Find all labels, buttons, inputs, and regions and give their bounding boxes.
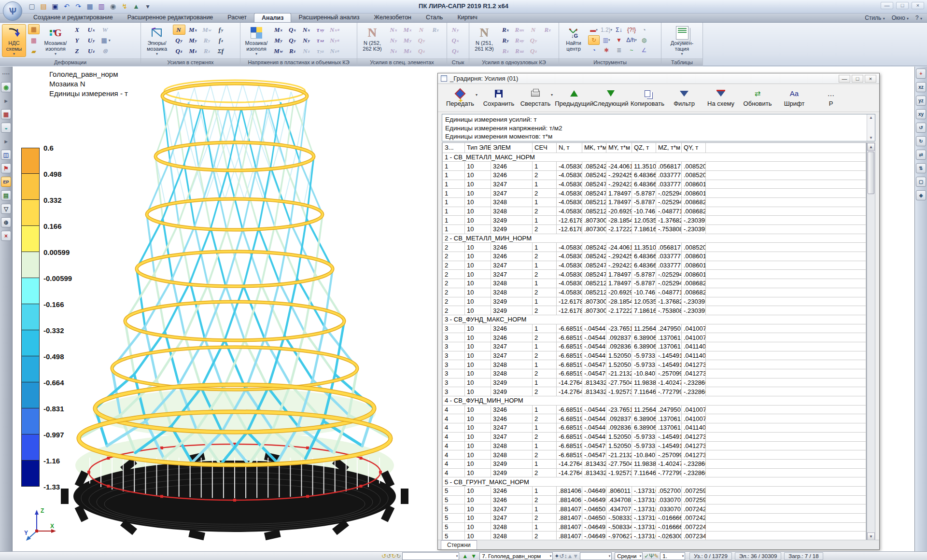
table-row[interactable]: 41032472-6.68519-.0454491.52050-5.97331-…	[443, 432, 866, 441]
ribbon-tab[interactable]: Расширенное редактирование	[120, 13, 221, 22]
find-center-button[interactable]: ↓G Найти центр	[561, 24, 586, 57]
rotate-cw-icon[interactable]: ↻	[916, 136, 926, 146]
result-letter-button[interactable]	[541, 35, 554, 45]
result-letter-button[interactable]: Mz	[187, 46, 199, 56]
scroll-down-arrow[interactable]: ▼	[867, 532, 875, 540]
ribbon-tab[interactable]: Расчет	[220, 13, 254, 22]
section-header-row[interactable]: 1 - СВ_МЕТАЛЛ_МАКС_НОРМ	[443, 153, 866, 162]
loadcase-dropdown[interactable]: 7. Гололед_равн_норм▾	[479, 552, 553, 560]
result-letter-button[interactable]: τyz	[314, 46, 327, 56]
result-letter-button[interactable]: Y	[71, 35, 84, 45]
result-letter-button[interactable]: Nza	[328, 46, 341, 56]
palette-icon[interactable]: ◍	[638, 35, 650, 45]
table-row[interactable]: 51032462.881406-.046495.434708-.137310.0…	[443, 495, 866, 504]
column-header[interactable]: Тип ЭЛЕМ	[465, 143, 491, 153]
down-grey-icon[interactable]: ▼	[573, 553, 578, 560]
table-row[interactable]: 11032481-4.05830.0852121.78497-5.87871-.…	[443, 197, 866, 207]
ribbon-tab[interactable]: Железобетон	[367, 13, 419, 22]
delta-hs-icon[interactable]: Δ/h▾	[626, 35, 637, 45]
apply-check-icon[interactable]: ✓	[644, 553, 649, 560]
result-letter-button[interactable]: Rz	[499, 46, 512, 56]
table-toolbar-button[interactable]: Копировать	[627, 86, 668, 110]
redo-yellow-icon[interactable]: ↻	[391, 553, 396, 560]
column-header[interactable]: ЭЛЕМ	[491, 143, 533, 153]
axes-icon[interactable]: +	[916, 69, 926, 79]
table-row[interactable]: 31032481-6.68519-.0454791.52050-5.97331-…	[443, 360, 866, 369]
table-toolbar-button[interactable]: Фильтр	[664, 86, 704, 110]
table-row[interactable]: 31032471-6.68519-.045449.0928366.38906.1…	[443, 342, 866, 351]
result-letter-button[interactable]: Ux	[85, 25, 98, 35]
table-row[interactable]: 31032461-6.68519-.045447-23.765111.2564.…	[443, 324, 866, 333]
result-letter-button[interactable]: My	[187, 35, 199, 45]
up-grey-icon[interactable]: ▲	[567, 553, 573, 560]
table-toolbar-button[interactable]: Следующий	[590, 86, 631, 110]
table-row[interactable]: 11032471-4.05830.085247-.2924236.48366.0…	[443, 180, 866, 189]
column-header[interactable]: N, т	[557, 143, 582, 153]
history-dropdown[interactable]: ▾	[402, 552, 459, 560]
result-letter-button[interactable]: Σf	[215, 46, 227, 56]
scroll-up-arrow[interactable]: ▲	[867, 143, 875, 151]
expand-arrow-icon[interactable]: ▸	[1, 136, 11, 146]
toolbar-grip[interactable]: ····	[1, 69, 11, 79]
result-letter-button[interactable]: N	[527, 25, 540, 35]
table-row[interactable]: 51032481.881407-.046493-.508334-.137310-…	[443, 522, 866, 532]
table-row[interactable]: 31032472-6.68519-.0454491.52050-5.97331-…	[443, 351, 866, 360]
window-control-button[interactable]: □	[896, 2, 909, 9]
table-row[interactable]: 41032491-14.2764.813432-27.750411.9838-1…	[443, 459, 866, 468]
table-row[interactable]: 21032481-4.05830.0852121.78497-5.87871-.…	[443, 279, 866, 288]
result-letter-button[interactable]: Uz	[85, 46, 98, 56]
expand-arrow-icon[interactable]: ▸	[1, 96, 11, 106]
ep-mode-button[interactable]: ЕР	[1, 177, 11, 187]
result-letter-button[interactable]: Rz	[541, 25, 554, 35]
scroll-thumb[interactable]	[868, 152, 874, 194]
special-n-button[interactable]: N N (252, 262 КЭ)	[359, 24, 385, 57]
result-letter-button[interactable]: Qy	[173, 35, 185, 45]
shower-icon[interactable]: ≣	[613, 45, 625, 55]
result-letter-button[interactable]	[429, 35, 442, 45]
result-letter-button[interactable]	[429, 46, 442, 56]
table-row[interactable]: 21032482-4.05830.085212-20.6929-10.7461-…	[443, 288, 866, 297]
prev-loadcase-button[interactable]: ▲	[461, 553, 469, 560]
scheme-frame-button[interactable]: ▦	[28, 24, 40, 34]
window-control-button[interactable]: —	[881, 2, 893, 9]
table-row[interactable]: 21032471-4.05830.085247-.2924236.48366.0…	[443, 261, 866, 270]
rotate-ccw-icon[interactable]: ↺	[916, 123, 926, 133]
filter-funnel-icon[interactable]: ▽	[1, 204, 11, 214]
result-letter-button[interactable]: Qz	[449, 46, 462, 56]
column-header[interactable]: MK, т*м	[582, 143, 606, 153]
result-letter-button[interactable]: Mx	[272, 25, 285, 35]
result-letter-button[interactable]: Qx	[449, 35, 462, 45]
table-window-control[interactable]: □	[852, 75, 863, 83]
units-scrollbar[interactable]: ▲▼	[867, 114, 875, 141]
documentation-button[interactable]: Докумен- тация▾	[666, 24, 699, 57]
section-header-row[interactable]: 4 - СВ_ФУНД_МИН_НОРМ	[443, 396, 866, 406]
result-letter-button[interactable]: Nxa	[328, 25, 341, 35]
table-toolbar-button[interactable]: Сверстать	[515, 86, 556, 110]
plant-icon[interactable]: Ψ	[649, 553, 654, 560]
result-letter-button[interactable]: Rz	[201, 46, 213, 56]
result-letter-button[interactable]: Mz	[401, 46, 414, 56]
result-letter-button[interactable]: Nx	[300, 25, 313, 35]
ribbon-tab[interactable]: Кирпич	[450, 13, 484, 22]
scheme-frame-alt-button[interactable]: ▦	[28, 35, 40, 45]
table-row[interactable]: 41032462-6.68519-.045447.0928376.38906.1…	[443, 414, 866, 423]
table-row[interactable]: 41032461-6.68519-.045447-23.765111.2564.…	[443, 405, 866, 414]
zoom-target-icon[interactable]: ⊕	[1, 217, 11, 227]
result-letter-button[interactable]: Qy	[415, 35, 428, 45]
table-row[interactable]: 21032462-4.05830.085242-.2924256.48366.0…	[443, 252, 866, 261]
result-letter-button[interactable]: My	[401, 35, 414, 45]
line-chart-icon[interactable]: ~	[626, 45, 637, 55]
stopwatch-icon[interactable]: ◔	[638, 25, 650, 35]
sum-icon[interactable]: Σ↓	[613, 25, 625, 35]
result-letter-button[interactable]: N	[173, 25, 185, 35]
units-info-box[interactable]: Единицы измерения усилий: т Единицы изме…	[442, 114, 875, 141]
result-letter-button[interactable]: τxy	[314, 25, 327, 35]
undo-view-icon[interactable]: ↺	[559, 553, 564, 560]
result-letter-button[interactable]: Nz	[387, 46, 400, 56]
isometric-view-icon[interactable]: ◈	[916, 190, 926, 200]
section-header-row[interactable]: 5 - СВ_ГРУНТ_МАКС_НОРМ	[443, 477, 866, 487]
table-window-titlebar[interactable]: _Градирня: Усилия (01) —□×	[438, 73, 879, 84]
pan-vertical-icon[interactable]: ⇅	[916, 163, 926, 173]
result-letter-button[interactable]: Nx	[387, 25, 400, 35]
pan-horizontal-icon[interactable]: ⇄	[916, 150, 926, 160]
